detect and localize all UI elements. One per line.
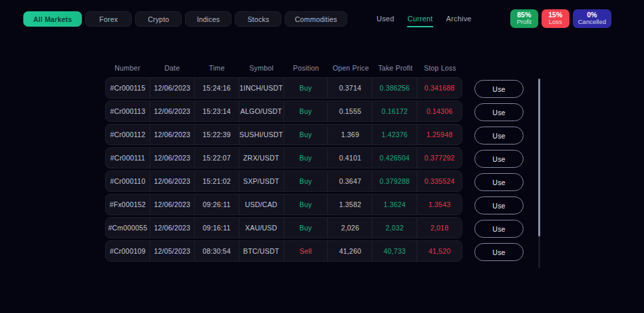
- cell-open-price: 0.3647: [328, 171, 373, 191]
- cell-time: 15:24:16: [195, 78, 240, 98]
- cell-date: 12/06/2023: [150, 171, 195, 191]
- cell-number: #Cm000055: [106, 218, 150, 238]
- column-header-position: Position: [284, 64, 329, 72]
- table-row: #Cr00011512/06/202315:24:161INCH/USDTBuy…: [105, 77, 462, 99]
- use-button[interactable]: Use: [474, 103, 524, 121]
- status-filters: UsedCurrentArchive: [377, 15, 472, 27]
- cell-stop-loss: 0.341688: [417, 78, 462, 98]
- market-tab-stocks[interactable]: Stocks: [235, 11, 281, 27]
- column-header-number: Number: [105, 64, 150, 72]
- use-button-slot: Use: [474, 147, 524, 170]
- scrollbar-thumb[interactable]: [538, 79, 540, 236]
- market-tab-forex[interactable]: Forex: [85, 11, 132, 27]
- table-row: #Cr00011112/06/202315:22:07ZRX/USDTBuy0.…: [105, 147, 462, 168]
- cell-take-profit: 40,733: [373, 241, 417, 261]
- table-body: #Cr00011512/06/202315:24:161INCH/USDTBuy…: [105, 77, 462, 262]
- table-row: #Cr00010912/05/202308:30:54BTC/USDTSell4…: [105, 240, 462, 262]
- cell-time: 15:22:07: [195, 148, 240, 168]
- cell-position: Sell: [284, 241, 329, 261]
- use-button-slot: Use: [474, 217, 524, 240]
- cell-date: 12/06/2023: [150, 194, 195, 214]
- use-button-slot: Use: [474, 101, 524, 124]
- cell-position: Buy: [284, 78, 329, 98]
- cell-take-profit: 2,032: [373, 218, 417, 238]
- table-row: #Cr00011312/06/202315:23:14ALGO/USDTBuy0…: [105, 101, 462, 122]
- use-buttons-column: UseUseUseUseUseUseUseUse: [474, 77, 524, 264]
- cell-open-price: 0.1555: [328, 101, 373, 121]
- cell-symbol: SXP/USDT: [240, 171, 284, 191]
- stat-label: Cancelled: [578, 19, 606, 26]
- cell-number: #Cr000113: [106, 101, 150, 121]
- cell-take-profit: 0.426504: [373, 148, 417, 168]
- cell-time: 09:26:11: [195, 194, 240, 214]
- column-header-time: Time: [194, 64, 239, 72]
- status-filter-archive[interactable]: Archive: [446, 15, 472, 26]
- use-button-slot: Use: [474, 124, 524, 147]
- stat-badge-cancelled: 0%Cancelled: [573, 9, 611, 28]
- cell-symbol: SUSHI/USDT: [240, 125, 284, 145]
- cell-take-profit: 1.3624: [373, 194, 417, 214]
- status-filter-current[interactable]: Current: [407, 15, 432, 27]
- column-header-stop-loss: Stop Loss: [418, 64, 462, 72]
- use-button-slot: Use: [474, 77, 524, 101]
- cell-number: #Fx000152: [106, 194, 150, 214]
- column-header-open-price: Open Price: [329, 64, 373, 72]
- cell-position: Buy: [284, 101, 329, 121]
- cell-symbol: ALGO/USDT: [240, 101, 284, 121]
- cell-symbol: BTC/USDT: [240, 241, 284, 261]
- cell-number: #Cr000109: [106, 241, 150, 261]
- use-button[interactable]: Use: [474, 220, 524, 238]
- table-header: NumberDateTimeSymbolPositionOpen PriceTa…: [105, 60, 462, 76]
- table-row: #Fx00015212/06/202309:26:11USD/CADBuy1.3…: [105, 194, 462, 215]
- column-header-date: Date: [150, 64, 194, 72]
- cell-open-price: 2,026: [328, 218, 373, 238]
- cell-date: 12/06/2023: [150, 78, 195, 98]
- cell-time: 15:21:02: [195, 171, 240, 191]
- cell-number: #Cr000111: [106, 148, 150, 168]
- cell-position: Buy: [284, 171, 329, 191]
- use-button-slot: Use: [474, 240, 524, 264]
- use-button[interactable]: Use: [474, 127, 524, 145]
- cell-symbol: 1INCH/USDT: [240, 78, 284, 98]
- cell-position: Buy: [284, 125, 329, 145]
- stat-label: Profit: [517, 19, 532, 26]
- cell-time: 15:23:14: [195, 101, 240, 121]
- market-tab-commodities[interactable]: Commodities: [285, 11, 347, 27]
- use-button[interactable]: Use: [474, 150, 524, 168]
- trading-signals-screen: All MarketsForexCryptoIndicesStocksCommo…: [0, 0, 644, 313]
- cell-open-price: 0.4101: [328, 148, 373, 168]
- cell-symbol: USD/CAD: [240, 194, 284, 214]
- cell-number: #Cr000112: [106, 125, 150, 145]
- market-tab-crypto[interactable]: Crypto: [135, 11, 182, 27]
- table-row: #Cm00005512/06/202309:16:11XAU/USDBuy2,0…: [105, 217, 462, 238]
- cell-open-price: 0.3714: [328, 78, 373, 98]
- cell-position: Buy: [284, 194, 329, 214]
- status-filter-used[interactable]: Used: [377, 15, 394, 26]
- cell-take-profit: 0.379288: [373, 171, 417, 191]
- cell-open-price: 1.3582: [328, 194, 373, 214]
- use-button[interactable]: Use: [474, 196, 524, 214]
- cell-stop-loss: 0.335524: [417, 171, 462, 191]
- cell-take-profit: 0.16172: [373, 101, 417, 121]
- use-button-slot: Use: [474, 194, 524, 217]
- cell-date: 12/05/2023: [150, 241, 195, 261]
- stat-badges: 85%Profit15%Loss0%Cancelled: [510, 9, 611, 28]
- use-button[interactable]: Use: [474, 173, 524, 191]
- cell-take-profit: 1.42376: [373, 125, 417, 145]
- use-button[interactable]: Use: [474, 80, 524, 98]
- cell-stop-loss: 0.14306: [417, 101, 462, 121]
- cell-number: #Cr000115: [106, 78, 150, 98]
- use-button[interactable]: Use: [474, 243, 524, 261]
- cell-stop-loss: 0.377292: [417, 148, 462, 168]
- table-row: #Cr00011212/06/202315:22:39SUSHI/USDTBuy…: [105, 124, 462, 145]
- cell-number: #Cr000110: [106, 171, 150, 191]
- cell-open-price: 1.369: [328, 125, 373, 145]
- market-tabs: All MarketsForexCryptoIndicesStocksCommo…: [23, 11, 347, 27]
- cell-symbol: XAU/USD: [240, 218, 284, 238]
- market-tab-indices[interactable]: Indices: [185, 11, 232, 27]
- cell-date: 12/06/2023: [150, 218, 195, 238]
- market-tab-all-markets[interactable]: All Markets: [23, 11, 82, 27]
- stat-badge-loss: 15%Loss: [542, 9, 569, 28]
- cell-stop-loss: 2,018: [417, 218, 462, 238]
- scrollbar-track[interactable]: [538, 79, 540, 268]
